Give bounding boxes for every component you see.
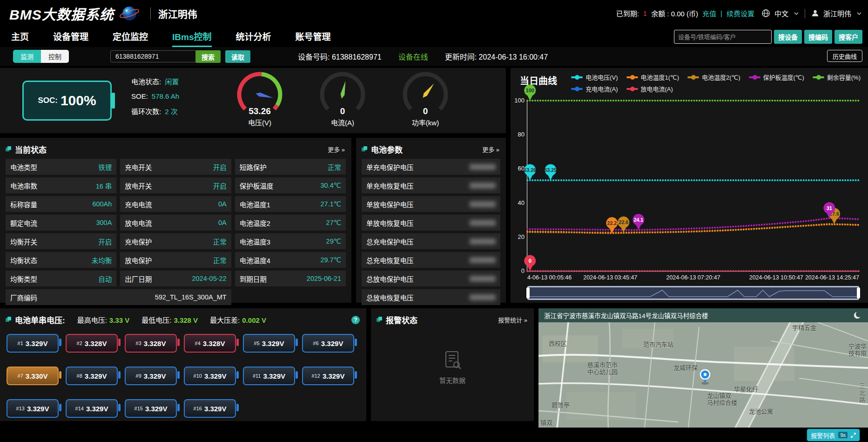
legend-label: 放电电流(A) [641,84,673,93]
chart-legend: 电池电压(V)电池温度1(℃)电池温度2(℃)保护板温度(℃)剩余容量(%) 充… [571,73,861,93]
status-cell-均衡类型: 均衡类型自动 [6,271,116,286]
legend-item-放电电流(A)[interactable]: 放电电流(A) [626,84,673,93]
legend-item-保护板温度(℃)[interactable]: 保护板温度(℃) [749,73,804,82]
map-panel[interactable]: 西校区范市汽车站宇精五金慈溪市范市中心幼儿园龙威环保华星化纤龙山镇双马村综合楼龙… [538,308,868,428]
legend-item-充电电流(A)[interactable]: 充电电流(A) [571,84,618,93]
battery-cell-id: #16 [194,406,202,411]
history-curve-button[interactable]: 历史曲线 [827,50,862,62]
legend-item-电池温度1(℃)[interactable]: 电池温度1(℃) [626,73,680,82]
search-button-2[interactable]: 搜编码 [804,30,832,44]
device-read-button[interactable]: 读取 [225,50,250,63]
status-cell-出厂日期: 出厂日期2024-05-22 [120,271,231,286]
status-more-link[interactable]: 更多 » [328,145,345,154]
chart-datazoom-slider[interactable] [527,286,859,300]
battery-cell-#2: #23.328V [66,334,118,353]
nav-tab-1[interactable]: 主页 [11,27,29,46]
status-cell-标称容量: 标称容量600Ah [6,196,116,212]
device-number-input[interactable] [110,50,199,62]
legend-label: 保护板温度(℃) [763,73,804,82]
monitor-toggle[interactable]: 监测 [13,50,41,63]
search-buttons: 搜设备搜编码搜客户 [774,30,862,44]
battery-cell-#13: #133.329V [7,399,59,418]
search-button-1[interactable]: 搜设备 [774,30,802,44]
chart-pin-22.2: 22.2 [606,217,618,233]
param-label: 总放电保护电压 [366,274,414,284]
user-menu[interactable]: 浙江明伟 [823,8,851,18]
map-label-龙山镇双: 龙山镇双马村综合楼 [707,392,737,406]
y-tick: 40 [511,199,525,206]
search-button-3[interactable]: 搜客户 [834,30,862,44]
status-cell-label: 均衡开关 [10,237,37,246]
renew-settings-link[interactable]: 续费设置 [727,8,754,18]
status-cell-电池类型: 电池类型铁锂 [6,159,116,175]
map-label-碧普亭: 碧普亭 [552,401,570,408]
battery-cell-#14: #143.329V [66,399,118,418]
status-cell-label: 放电电流 [125,218,152,228]
params-more-link[interactable]: 更多 » [482,145,499,154]
language-selector[interactable]: 中文 [774,8,788,18]
param-label: 单放电保护电压 [366,199,414,209]
x-tick: 2024-06-13 10:50:47 [749,274,803,281]
min-voltage: 最低电压:3.328 V [141,315,198,325]
legend-item-剩余容量(%)[interactable]: 剩余容量(%) [813,73,861,82]
status-cell-value: 29℃ [326,238,341,245]
gauge-value: 0 [423,106,428,116]
expand-icon [851,433,856,438]
chart-pin-53.26: 53.26 [524,164,536,181]
org-name: 浙江明伟 [158,7,197,20]
battery-state-label: 电池状态: [131,76,161,86]
param-value-blurred [470,257,496,263]
map-address-bar: 浙江省宁波市慈溪市龙山镇双马路14号龙山镇双马村综合楼 [538,308,868,322]
datazoom-handle-right[interactable] [857,287,860,299]
datazoom-wave [528,287,858,299]
param-cell-单充电恢复电压: 单充电恢复电压 [362,177,500,193]
legend-item-电池电压(V)[interactable]: 电池电压(V) [571,73,618,82]
status-cell-value: 0A [218,200,227,208]
panel-title: 报警状态 [377,314,417,326]
recharge-link[interactable]: 充值 [702,8,716,18]
chevron-down-icon [794,12,799,15]
param-value-blurred [470,276,496,282]
battery-cell-id: #13 [16,406,25,411]
status-cell-放电开关: 放电开关开启 [120,177,231,193]
help-icon[interactable]: ? [351,316,360,324]
battery-cell-#11: #113.329V [243,367,295,385]
status-cell-label: 电池温度1 [240,199,270,209]
panel-title: 电池参数 [362,143,403,155]
status-cell-value: 300A [96,219,112,226]
status-cell-label: 放电保护 [125,255,152,265]
legend-dot [753,75,757,80]
battery-cell-id: #14 [75,406,84,411]
chart-pin-24.1: 24.1 [632,214,644,230]
status-cell-充电电流: 充电电流0A [120,196,231,212]
status-cell-电池温度4: 电池温度429.7℃ [235,252,346,268]
nav-tab-5[interactable]: 统计分析 [236,27,271,46]
battery-cell-id: #11 [253,373,261,379]
datazoom-track [528,287,858,299]
nav-tab-4[interactable]: IBms控制 [172,27,211,47]
alarm-list-button[interactable]: 报警列表 9s [807,429,860,441]
control-toggle[interactable]: 控制 [41,50,69,63]
battery-cell-id: #8 [77,373,82,379]
chart-plot[interactable]: 10053.2653.25022.222.624.127.631 [527,101,859,271]
datazoom-handle-left[interactable] [526,287,530,299]
search-input[interactable] [674,30,772,44]
nav-tab-3[interactable]: 定位监控 [113,27,148,46]
legend-item-电池温度2(℃)[interactable]: 电池温度2(℃) [687,73,740,82]
nav-tab-2[interactable]: 设备管理 [53,27,88,46]
svg-text:22.6: 22.6 [619,219,629,225]
device-search-button[interactable]: 搜索 [195,50,221,63]
battery-cell-voltage: 3.328V [203,340,225,347]
alarm-stats-link[interactable]: 报警统计 » [498,315,527,324]
gauge-label: 功率(kw) [412,117,439,127]
nav-tab-6[interactable]: 账号管理 [296,27,331,46]
status-cell-放电电流: 放电电流0A [120,215,231,231]
svg-text:0: 0 [529,258,532,264]
legend-dot [630,87,635,91]
legend-dot [630,75,635,80]
status-cell-label: 电池温度3 [240,237,270,246]
map-canvas[interactable]: 西校区范市汽车站宇精五金慈溪市范市中心幼儿园龙威环保华星化纤龙山镇双马村综合楼龙… [538,322,868,428]
param-cell-总充电保护电压: 总充电保护电压 [362,233,500,249]
moon-icon[interactable] [852,310,862,320]
gauge-电压(V): 53.26电压(V) [233,69,287,127]
